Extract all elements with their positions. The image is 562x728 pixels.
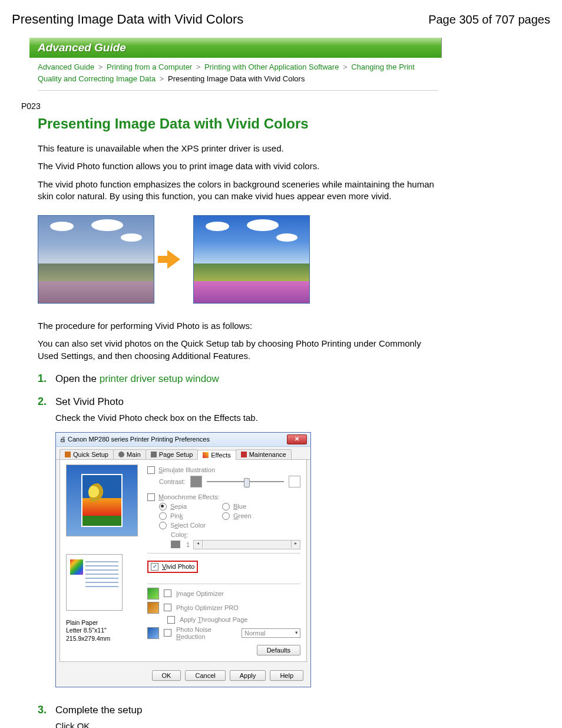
monochrome-effects-checkbox[interactable] xyxy=(147,493,155,501)
image-optimizer-icon xyxy=(147,588,159,599)
preview-thumbnail xyxy=(66,465,138,536)
photo-noise-reduction-label: Photo Noise Reduction xyxy=(176,626,237,640)
vivid-photo-highlight: Vivid Photo xyxy=(147,561,198,573)
color-value: 1 xyxy=(186,541,190,548)
contrast-slider[interactable] xyxy=(207,481,284,482)
image-optimizer-checkbox[interactable] xyxy=(164,589,171,597)
step-1: 1. Open the printer driver setup window xyxy=(38,373,438,385)
step-3-body: Click OK. When you execute print, the im… xyxy=(55,720,438,728)
page-layout-thumbnail xyxy=(66,554,123,611)
printer-driver-setup-link[interactable]: printer driver setup window xyxy=(100,373,219,384)
vivid-photo-checkbox[interactable] xyxy=(151,563,158,571)
simulate-illustration-label: Simulate Illustration xyxy=(158,466,215,473)
tab-page-setup[interactable]: Page Setup xyxy=(146,449,199,459)
dialog-title: 🖨 Canon MP280 series Printer Printing Pr… xyxy=(59,436,210,443)
vivid-photo-label: Vivid Photo xyxy=(162,563,194,570)
procedure-note: You can also set vivid photos on the Qui… xyxy=(38,338,438,362)
contrast-low-icon xyxy=(190,476,202,487)
ok-button[interactable]: OK xyxy=(152,670,181,681)
radio-blue-label: Blue xyxy=(233,503,246,510)
page-title-header: Presenting Image Data with Vivid Colors xyxy=(12,12,243,27)
radio-blue[interactable] xyxy=(222,503,230,510)
radio-green-label: Green xyxy=(233,512,252,519)
step-3-title: Complete the setup xyxy=(55,704,142,716)
step-2-title: Set Vivid Photo xyxy=(55,396,124,408)
radio-select-color[interactable] xyxy=(159,522,167,529)
contrast-label: Contrast: xyxy=(159,478,186,485)
tab-effects[interactable]: Effects xyxy=(197,450,236,460)
apply-button[interactable]: Apply xyxy=(230,670,266,681)
photo-noise-reduction-checkbox[interactable] xyxy=(164,629,171,637)
help-button[interactable]: Help xyxy=(270,670,303,681)
step-3: 3. Complete the setup Click OK. When you… xyxy=(38,704,438,728)
photo-noise-reduction-icon xyxy=(147,627,159,639)
contrast-high-icon xyxy=(289,476,300,487)
arrow-right-icon xyxy=(167,250,180,269)
step-1-title-text: Open the xyxy=(55,373,100,384)
breadcrumb-sep: > xyxy=(158,74,166,83)
media-info: Plain Paper Letter 8.5"x11" 215.9x279.4m… xyxy=(66,619,139,643)
breadcrumb-printing-from-computer[interactable]: Printing from a Computer xyxy=(107,62,192,71)
simulate-illustration-checkbox[interactable] xyxy=(147,466,155,474)
radio-sepia[interactable] xyxy=(159,503,167,510)
intro-para-2: The vivid photo function emphasizes the … xyxy=(38,179,438,203)
photo-optimizer-pro-label: Photo Optimizer PRO xyxy=(176,604,239,611)
defaults-button[interactable]: Defaults xyxy=(257,645,300,655)
breadcrumb-sep: > xyxy=(97,62,105,71)
breadcrumb-other-application-software[interactable]: Printing with Other Application Software xyxy=(204,62,339,71)
breadcrumb: Advanced Guide > Printing from a Compute… xyxy=(38,61,438,91)
intro-note: This feature is unavailable when the XPS… xyxy=(38,143,438,154)
intro-para-1: The Vivid Photo function allows you to p… xyxy=(38,160,438,172)
tab-maintenance[interactable]: Maintenance xyxy=(236,449,292,459)
landscape-after xyxy=(193,215,310,304)
step-3-number: 3. xyxy=(38,704,51,716)
color-swatch xyxy=(171,541,180,548)
radio-green[interactable] xyxy=(222,512,230,520)
radio-sepia-label: Sepia xyxy=(170,503,219,510)
color-scrollbar[interactable]: ◂ ▸ xyxy=(193,540,300,549)
noise-reduction-select[interactable]: Normal xyxy=(242,628,300,638)
tab-quick-setup[interactable]: Quick Setup xyxy=(59,449,114,459)
breadcrumb-sep: > xyxy=(341,62,349,71)
image-optimizer-label: Image Optimizer xyxy=(176,590,224,597)
printer-preferences-dialog: 🖨 Canon MP280 series Printer Printing Pr… xyxy=(55,432,311,687)
procedure-intro: The procedure for performing Vivid Photo… xyxy=(38,320,438,332)
apply-throughout-page-label: Apply Throughout Page xyxy=(180,616,247,623)
landscape-before xyxy=(38,215,154,304)
monochrome-effects-label: Monochrome Effects: xyxy=(158,493,220,500)
photo-optimizer-pro-icon xyxy=(147,602,159,614)
step-2-number: 2. xyxy=(38,396,51,408)
step-1-title: Open the printer driver setup window xyxy=(55,373,219,385)
page-indicator: Page 305 of 707 pages xyxy=(428,13,550,27)
breadcrumb-sep: > xyxy=(194,62,203,71)
tab-main[interactable]: Main xyxy=(113,449,146,459)
advanced-guide-banner: Advanced Guide xyxy=(29,38,442,58)
radio-pink[interactable] xyxy=(159,512,167,520)
radio-pink-label: Pink xyxy=(170,512,219,519)
vivid-compare-illustration xyxy=(38,215,438,304)
dialog-tabs: Quick Setup Main Page Setup Effects Main… xyxy=(56,447,310,460)
step-1-number: 1. xyxy=(38,373,51,385)
doc-code: P023 xyxy=(21,101,550,111)
breadcrumb-advanced-guide[interactable]: Advanced Guide xyxy=(38,62,94,71)
color-label: Color: xyxy=(171,531,188,538)
breadcrumb-current: Presenting Image Data with Vivid Colors xyxy=(168,74,305,83)
cancel-button[interactable]: Cancel xyxy=(185,670,225,681)
step-2: 2. Set Vivid Photo Check the Vivid Photo… xyxy=(38,396,438,687)
main-title: Presenting Image Data with Vivid Colors xyxy=(38,116,438,132)
apply-throughout-page-checkbox[interactable] xyxy=(167,616,175,624)
radio-select-color-label: Select Color xyxy=(170,522,206,529)
photo-optimizer-pro-checkbox[interactable] xyxy=(164,604,171,611)
dialog-close-button[interactable]: ✕ xyxy=(287,434,307,444)
step-2-body: Check the Vivid Photo check box on the E… xyxy=(55,411,438,424)
